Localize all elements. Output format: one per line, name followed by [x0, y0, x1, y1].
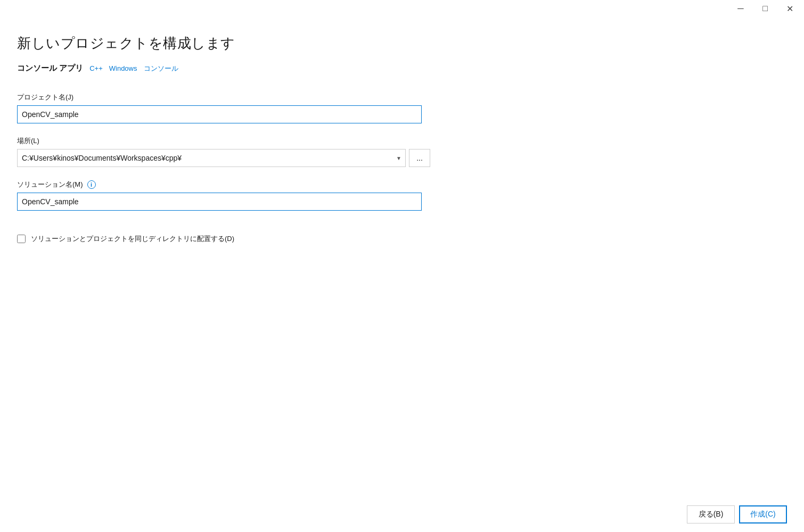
solution-name-section: ソリューション名(M) i [17, 180, 787, 211]
location-select[interactable]: C:¥Users¥kinos¥Documents¥Workspaces¥cpp¥ [17, 149, 406, 167]
subtitle-main: コンソール アプリ [17, 63, 83, 73]
subtitle-row: コンソール アプリ C++ Windows コンソール [17, 63, 787, 73]
window: ─ □ ✕ 新しいプロジェクトを構成します コンソール アプリ C++ Wind… [0, 0, 804, 532]
solution-name-input[interactable] [17, 193, 422, 211]
project-name-label: プロジェクト名(J) [17, 93, 787, 102]
location-select-wrapper: C:¥Users¥kinos¥Documents¥Workspaces¥cpp¥… [17, 149, 406, 167]
same-directory-row: ソリューションとプロジェクトを同じディレクトリに配置する(D) [17, 234, 787, 244]
bottom-bar: 戻る(B) 作成(C) [0, 497, 804, 532]
tag-windows: Windows [109, 64, 137, 72]
project-name-section: プロジェクト名(J) [17, 93, 787, 123]
solution-label-row: ソリューション名(M) i [17, 180, 787, 189]
tag-cpp: C++ [89, 64, 103, 72]
location-row: C:¥Users¥kinos¥Documents¥Workspaces¥cpp¥… [17, 149, 787, 167]
info-icon: i [87, 180, 96, 189]
same-directory-checkbox[interactable] [17, 235, 26, 243]
minimize-button[interactable]: ─ [728, 0, 753, 17]
tag-console: コンソール [144, 64, 178, 73]
same-directory-label: ソリューションとプロジェクトを同じディレクトリに配置する(D) [31, 234, 234, 244]
location-label: 場所(L) [17, 136, 787, 146]
main-content: 新しいプロジェクトを構成します コンソール アプリ C++ Windows コン… [0, 17, 804, 497]
title-bar-buttons: ─ □ ✕ [728, 0, 802, 17]
page-title: 新しいプロジェクトを構成します [17, 34, 787, 53]
create-button[interactable]: 作成(C) [739, 505, 787, 523]
browse-button[interactable]: ... [409, 149, 430, 167]
close-button[interactable]: ✕ [777, 0, 802, 17]
location-section: 場所(L) C:¥Users¥kinos¥Documents¥Workspace… [17, 136, 787, 167]
maximize-button[interactable]: □ [753, 0, 777, 17]
title-bar: ─ □ ✕ [0, 0, 804, 17]
project-name-input[interactable] [17, 105, 422, 123]
back-button[interactable]: 戻る(B) [687, 505, 735, 523]
solution-name-label: ソリューション名(M) [17, 180, 83, 189]
